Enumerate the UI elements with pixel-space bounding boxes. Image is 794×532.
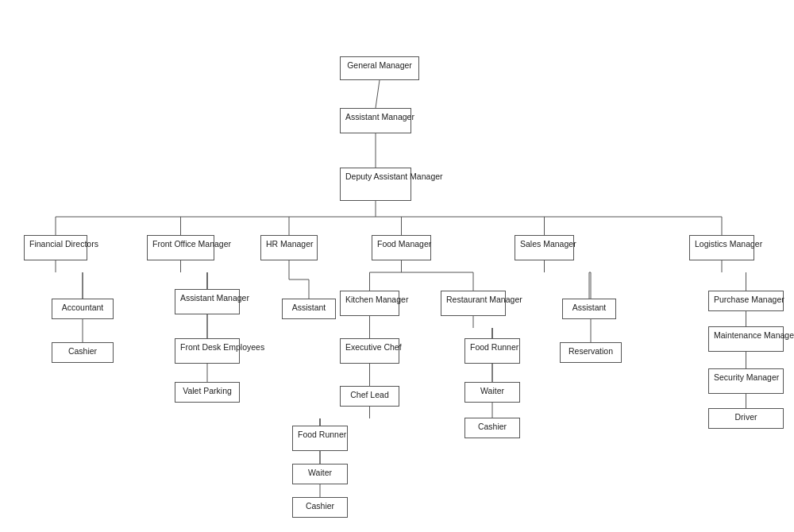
node-general_manager: General Manager (340, 56, 419, 80)
node-restaurant_manager: Restaurant Manager (441, 291, 506, 316)
node-hr_manager: HR Manager (260, 235, 318, 260)
node-driver: Driver (708, 408, 784, 429)
node-valet: Valet Parking (175, 382, 240, 403)
node-asst_mgr_front: Assistant Manager (175, 289, 240, 314)
chart-container: General ManagerAssistant ManagerDeputy A… (0, 0, 794, 532)
node-waiter_kitchen: Waiter (292, 464, 348, 484)
node-purchase_manager: Purchase Manager (708, 291, 784, 311)
node-front_office_manager: Front Office Manager (147, 235, 214, 260)
node-reservation: Reservation (560, 342, 622, 363)
node-executive_chef: Executive Chef (340, 338, 399, 364)
node-food_manager: Food Manager (372, 235, 431, 260)
connector-lines (8, 21, 786, 532)
node-hr_assistant: Assistant (282, 299, 336, 319)
org-chart: General ManagerAssistant ManagerDeputy A… (8, 21, 786, 532)
node-maintenance_manager: Maintenance Manager (708, 326, 784, 352)
node-cashier_rest: Cashier (464, 418, 520, 438)
node-cashier_kitchen: Cashier (292, 497, 348, 518)
svg-line-0 (376, 80, 380, 108)
node-assistant_manager_top: Assistant Manager (340, 108, 411, 133)
node-deputy_assistant: Deputy Assistant Manager (340, 168, 411, 201)
node-financial_directors: Financial Directors (24, 235, 87, 260)
node-chef_lead: Chef Lead (340, 386, 399, 407)
node-front_desk: Front Desk Employees (175, 338, 240, 364)
node-logistics_manager: Logistics Manager (689, 235, 754, 260)
node-sales_assistant: Assistant (562, 299, 616, 319)
chart-title (0, 0, 794, 21)
node-kitchen_manager: Kitchen Manager (340, 291, 399, 316)
node-cashier_fin: Cashier (52, 342, 114, 363)
node-security_manager: Security Manager (708, 368, 784, 394)
node-accountant: Accountant (52, 299, 114, 319)
node-sales_manager: Sales Manager (515, 235, 574, 260)
node-waiter_rest: Waiter (464, 382, 520, 403)
node-food_runner_rest: Food Runner (464, 338, 520, 364)
node-food_runner_kitchen: Food Runner (292, 426, 348, 451)
